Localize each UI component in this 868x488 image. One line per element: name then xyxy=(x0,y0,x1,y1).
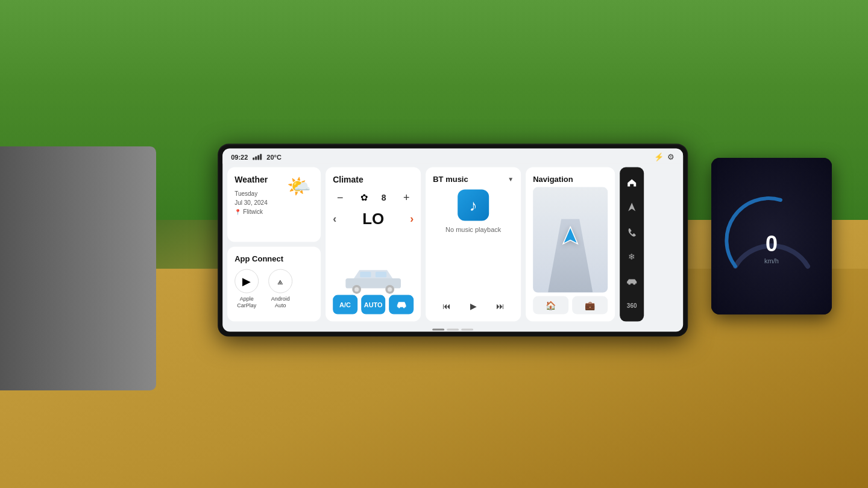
svg-point-10 xyxy=(403,307,404,308)
climate-title: Climate xyxy=(333,175,414,184)
temp-value: LO xyxy=(362,210,384,228)
svg-point-9 xyxy=(398,307,400,308)
fan-icon: ✿ xyxy=(360,192,368,203)
left-column: Weather Tuesday Jul 30, 2024 📍 Flitwick … xyxy=(227,167,321,322)
location-pin-icon: 📍 xyxy=(234,208,241,214)
fan-speed-value: 8 xyxy=(382,193,386,202)
weather-day: Tuesday xyxy=(234,189,268,198)
sidebar-car-button[interactable] xyxy=(621,271,643,292)
no-music-text: No music playback xyxy=(433,226,514,233)
climate-buttons: A/C AUTO xyxy=(333,295,414,314)
music-app-icon: ♪ xyxy=(458,190,489,221)
apple-carplay-label: AppleCarPlay xyxy=(237,296,256,309)
svg-rect-7 xyxy=(360,272,371,277)
weather-icon-area: 🌤️ xyxy=(268,175,313,198)
svg-point-6 xyxy=(388,287,392,292)
signal-bars xyxy=(253,154,262,160)
nav-pointer xyxy=(561,226,580,250)
screen-bezel: 09:22 20°C ⚡ ⚙ xyxy=(218,144,688,337)
svg-rect-8 xyxy=(376,272,386,277)
temp-control: ‹ LO › xyxy=(333,210,414,228)
fan-decrease-button[interactable]: − xyxy=(333,190,347,205)
nav-bottom-buttons: 🏠 💼 xyxy=(533,296,608,314)
app-connect-card: App Connect ▶ AppleCarPlay ⟁ AndroidAuto xyxy=(227,247,321,322)
background-left-panel xyxy=(0,146,156,390)
apple-carplay-button[interactable]: ▶ AppleCarPlay xyxy=(234,269,259,309)
music-card: BT music ▼ ♪ No music playback ⏮ ▶ ⏭ xyxy=(426,167,521,322)
music-title: BT music xyxy=(433,175,468,184)
weather-date: Jul 30, 2024 xyxy=(234,198,268,207)
weather-location: 📍 Flitwick xyxy=(234,208,268,215)
time-display: 09:22 xyxy=(231,153,248,160)
infotainment-display: 09:22 20°C ⚡ ⚙ xyxy=(218,144,688,337)
weather-info: Weather Tuesday Jul 30, 2024 📍 Flitwick xyxy=(234,175,268,215)
speedometer-area: 0 km/h xyxy=(711,158,832,314)
car-mode-icon xyxy=(396,301,407,309)
fan-sidebar-icon: ❄ xyxy=(628,252,635,261)
auto-button[interactable]: AUTO xyxy=(361,295,386,314)
temp-decrease-button[interactable]: ‹ xyxy=(333,213,336,225)
android-auto-icon: ⟁ xyxy=(268,269,292,293)
navigation-card: Navigation 🏠 💼 xyxy=(526,167,615,322)
status-bar: 09:22 20°C ⚡ ⚙ xyxy=(222,149,683,164)
android-auto-label: AndroidAuto xyxy=(271,296,290,309)
music-icon-area: ♪ xyxy=(433,190,514,221)
car-silhouette xyxy=(340,262,406,295)
screen-inner: 09:22 20°C ⚡ ⚙ xyxy=(222,149,683,332)
car-image-area xyxy=(333,234,414,295)
navigation-icon xyxy=(627,202,636,213)
sidebar-360-button[interactable]: 360 xyxy=(621,295,643,316)
svg-point-4 xyxy=(354,287,359,292)
temperature-display: 20°C xyxy=(266,153,281,160)
fan-control: − ✿ 8 + xyxy=(333,190,414,205)
main-content: Weather Tuesday Jul 30, 2024 📍 Flitwick … xyxy=(222,164,683,327)
climate-card: Climate − ✿ 8 + ‹ LO › xyxy=(326,167,421,322)
car-icon xyxy=(626,278,638,285)
page-dot-2 xyxy=(447,329,459,331)
music-play-button[interactable]: ▶ xyxy=(465,298,482,314)
weather-card: Weather Tuesday Jul 30, 2024 📍 Flitwick … xyxy=(227,167,321,242)
location-name: Flitwick xyxy=(243,208,263,215)
nav-work-button[interactable]: 💼 xyxy=(572,296,608,314)
phone-icon xyxy=(627,227,636,237)
apple-carplay-icon: ▶ xyxy=(234,269,259,293)
app-connect-icons: ▶ AppleCarPlay ⟁ AndroidAuto xyxy=(234,269,313,309)
page-dot-3 xyxy=(461,329,473,331)
bluetooth-icon: ⚡ xyxy=(654,152,664,161)
music-prev-button[interactable]: ⏮ xyxy=(438,298,455,314)
instrument-cluster: 0 km/h xyxy=(711,158,832,314)
sidebar-fan-button[interactable]: ❄ xyxy=(621,246,643,267)
music-header: BT music ▼ xyxy=(433,175,514,184)
fan-increase-button[interactable]: + xyxy=(399,190,414,205)
signal-bar-1 xyxy=(253,157,254,160)
weather-icon: 🌤️ xyxy=(287,175,311,198)
nav-title: Navigation xyxy=(533,175,608,184)
right-sidebar: ❄ 360 xyxy=(620,167,644,322)
temp-increase-button[interactable]: › xyxy=(410,213,414,225)
nav-map-area[interactable] xyxy=(533,187,608,293)
svg-text:km/h: km/h xyxy=(764,257,779,264)
weather-title: Weather xyxy=(234,175,268,184)
sidebar-home-button[interactable] xyxy=(621,172,643,194)
sidebar-nav-button[interactable] xyxy=(621,197,643,219)
signal-bar-2 xyxy=(255,156,257,160)
speedometer-svg: 0 km/h xyxy=(723,182,820,290)
music-dropdown-arrow[interactable]: ▼ xyxy=(508,176,514,183)
car-mode-button[interactable] xyxy=(389,295,414,314)
signal-bar-3 xyxy=(257,155,259,160)
sidebar-phone-button[interactable] xyxy=(621,221,643,243)
music-next-button[interactable]: ⏭ xyxy=(492,298,509,314)
nav-arrow-icon xyxy=(561,226,580,254)
status-left: 09:22 20°C xyxy=(231,153,281,160)
music-controls: ⏮ ▶ ⏭ xyxy=(433,298,514,314)
page-indicator xyxy=(222,327,683,332)
status-right: ⚡ ⚙ xyxy=(654,152,675,161)
cluster-inner: 0 km/h xyxy=(711,158,832,314)
home-icon xyxy=(626,178,637,188)
app-connect-title: App Connect xyxy=(234,254,313,263)
settings-icon: ⚙ xyxy=(667,152,675,161)
svg-text:0: 0 xyxy=(766,231,778,256)
android-auto-button[interactable]: ⟁ AndroidAuto xyxy=(268,269,292,309)
nav-home-button[interactable]: 🏠 xyxy=(533,296,568,314)
ac-button[interactable]: A/C xyxy=(333,295,357,314)
